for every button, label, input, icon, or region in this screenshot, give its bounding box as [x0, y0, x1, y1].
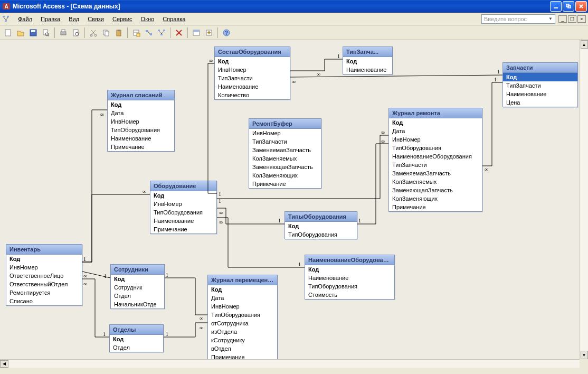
table-field[interactable]: ЗаменяющаяЗапчасть	[389, 186, 482, 194]
show-table-button[interactable]	[130, 27, 142, 39]
mdi-close-button[interactable]: ×	[577, 15, 586, 23]
mdi-minimize-button[interactable]: _	[558, 15, 567, 23]
search-file-button[interactable]	[40, 27, 52, 39]
table-header[interactable]: Журнал перемещений	[208, 275, 277, 285]
table-field[interactable]: НаименованиеОборудования	[389, 152, 482, 161]
table-field[interactable]: Дата	[389, 127, 482, 135]
new-object-button[interactable]	[203, 27, 215, 39]
table-field[interactable]: Код	[305, 265, 394, 274]
menu-service[interactable]: Сервис	[108, 14, 137, 24]
table-field[interactable]: Наименование	[503, 90, 577, 98]
table-field[interactable]: Цена	[503, 98, 577, 107]
mdi-restore-button[interactable]: ❐	[568, 15, 576, 23]
scroll-down-button[interactable]: ▼	[581, 351, 588, 359]
table-zhurnal_spis[interactable]: Журнал списанийКодДатаИнвНомерТипОборудо…	[107, 90, 175, 152]
table-field[interactable]: ИнвНомер	[389, 135, 482, 144]
table-field[interactable]: ТипОборудования	[285, 230, 357, 239]
save-button[interactable]	[27, 27, 39, 39]
table-field[interactable]: Списано	[6, 297, 82, 305]
scroll-h-track[interactable]	[8, 360, 580, 368]
table-field[interactable]: отСотрудника	[208, 319, 277, 328]
menu-relationships[interactable]: Связи	[83, 14, 108, 24]
table-field[interactable]: Ремонтируется	[6, 288, 82, 297]
table-header[interactable]: Инвентарь	[6, 245, 82, 255]
table-inventar[interactable]: ИнвентарьКодИнвНомерОтветственноеЛицоОтв…	[6, 244, 82, 306]
table-field[interactable]: КолЗаменяющих	[249, 171, 321, 180]
table-field[interactable]: ТипЗапчасти	[249, 137, 321, 146]
table-header[interactable]: Журнал ремонта	[389, 108, 482, 118]
table-header[interactable]: Сотрудники	[111, 265, 164, 275]
horizontal-scrollbar[interactable]: ◀ ▶	[0, 359, 588, 368]
vertical-scrollbar[interactable]: ▲ ▼	[580, 40, 588, 359]
delete-button[interactable]	[173, 27, 185, 39]
menu-edit[interactable]: Правка	[36, 14, 64, 24]
table-field[interactable]: Примечание	[249, 180, 321, 188]
table-zhurnal_rem[interactable]: Журнал ремонтаКодДатаИнвНомерТипОборудов…	[388, 108, 482, 212]
show-direct-relationships-button[interactable]	[143, 27, 155, 39]
paste-button[interactable]	[113, 27, 125, 39]
table-field[interactable]: изОтдела	[208, 328, 277, 336]
database-window-button[interactable]	[191, 27, 202, 39]
table-field[interactable]: Код	[6, 255, 82, 263]
table-field[interactable]: ТипОборудования	[150, 208, 216, 217]
table-field[interactable]: ИнвНомер	[6, 263, 82, 272]
table-field[interactable]: Примечание	[389, 203, 482, 211]
table-field[interactable]: ИнвНомер	[249, 129, 321, 137]
maximize-button[interactable]	[563, 1, 574, 12]
relationships-canvas[interactable]: СоставОборудованияКодИнвНомерТипЗапчасти…	[0, 40, 588, 368]
table-field[interactable]: ТипОборудования	[305, 282, 394, 291]
table-header[interactable]: ТипЗапча...	[343, 47, 392, 57]
table-field[interactable]: ИнвНомер	[108, 117, 174, 126]
table-header[interactable]: Отделы	[110, 325, 163, 335]
minimize-button[interactable]	[550, 1, 562, 12]
table-field[interactable]: ЗаменяемаяЗапчасть	[249, 146, 321, 154]
table-field[interactable]: Код	[110, 335, 163, 343]
table-field[interactable]: вОтдел	[208, 344, 277, 353]
table-field[interactable]: Наименование	[305, 274, 394, 282]
ask-a-question-box[interactable]: Введите вопрос ▼	[481, 14, 555, 24]
table-field[interactable]: Наименование	[343, 66, 392, 74]
menu-view[interactable]: Вид	[64, 14, 83, 24]
table-sotrudniki[interactable]: СотрудникиКодСотрудникОтделНачальникОтде	[110, 264, 165, 309]
table-header[interactable]: НаименованиеОборудования	[305, 255, 394, 265]
table-field[interactable]: ИнвНомер	[150, 200, 216, 208]
table-field[interactable]: ИнвНомер	[215, 66, 290, 74]
table-field[interactable]: ОтветственныйОтдел	[6, 280, 82, 288]
table-tipzap[interactable]: ТипЗапча...КодНаименование	[343, 46, 393, 74]
table-zhurnal_perem[interactable]: Журнал перемещенийКодДатаИнвНомерТипОбор…	[207, 275, 278, 362]
scroll-left-button[interactable]: ◀	[0, 360, 8, 368]
table-field[interactable]: Примечание	[150, 225, 216, 233]
table-field[interactable]: Код	[503, 73, 577, 81]
table-header[interactable]: Журнал списаний	[108, 90, 174, 100]
table-field[interactable]: Наименование	[108, 134, 174, 143]
table-field[interactable]: Код	[215, 57, 290, 66]
new-button[interactable]	[2, 27, 14, 39]
table-field[interactable]: ИнвНомер	[208, 302, 277, 311]
table-field[interactable]: ТипЗапчасти	[215, 74, 290, 82]
table-field[interactable]: Стоимость	[305, 291, 394, 299]
table-remontbuf[interactable]: РемонтБуферИнвНомерТипЗапчастиЗаменяемая…	[249, 118, 321, 189]
table-field[interactable]: Количество	[215, 91, 290, 99]
table-field[interactable]: кСотруднику	[208, 336, 277, 344]
table-field[interactable]: Отдел	[110, 343, 163, 352]
table-field[interactable]: НачальникОтде	[111, 300, 164, 308]
menu-file[interactable]: Файл	[14, 14, 36, 24]
table-tipy_oborud[interactable]: ТипыОборудованияКодТипОборудования	[284, 211, 357, 239]
table-field[interactable]: Код	[285, 222, 357, 230]
table-field[interactable]: Примечание	[108, 143, 174, 151]
table-field[interactable]: Код	[150, 191, 216, 200]
close-button[interactable]	[575, 1, 587, 12]
table-field[interactable]: ОтветственноеЛицо	[6, 272, 82, 280]
table-field[interactable]: ЗаменяющаяЗапчасть	[249, 163, 321, 171]
table-field[interactable]: ТипОборудования	[108, 126, 174, 134]
scroll-up-button[interactable]: ▲	[581, 40, 588, 49]
show-all-relationships-button[interactable]	[156, 27, 167, 39]
table-field[interactable]: Сотрудник	[111, 283, 164, 292]
table-field[interactable]: ЗаменяемаяЗапчасть	[389, 169, 482, 177]
open-button[interactable]	[15, 27, 26, 39]
scroll-v-track[interactable]	[581, 49, 588, 351]
table-field[interactable]: Код	[108, 100, 174, 109]
table-header[interactable]: РемонтБуфер	[249, 119, 321, 129]
menu-help[interactable]: Справка	[158, 14, 189, 24]
table-field[interactable]: Код	[389, 118, 482, 127]
